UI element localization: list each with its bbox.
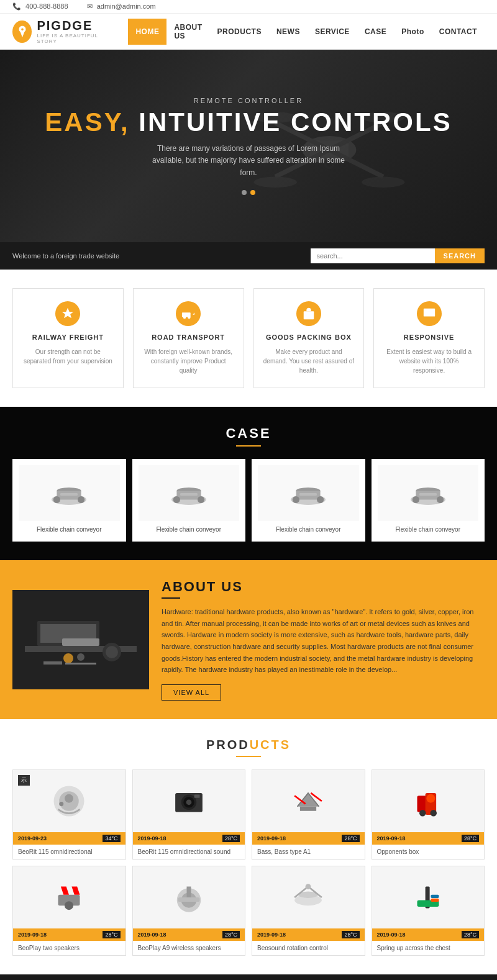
product-card-4[interactable]: 2019-09-18 28°C Opponents box: [372, 769, 485, 860]
nav-service[interactable]: SERVICE: [308, 19, 357, 45]
search-input[interactable]: [311, 248, 435, 263]
nav-about[interactable]: ABOUT US: [166, 14, 209, 49]
product-date-2: 2019-09-18: [138, 835, 166, 842]
svg-rect-28: [180, 493, 198, 496]
navigation: PIGDGE LIFE IS A BEAUTIFUL STORY HOME AB…: [0, 14, 497, 50]
feature-desc-2: With foreign well-known brands, constant…: [143, 347, 234, 375]
case-section: CASE Flexible chain conveyor: [0, 407, 497, 560]
nav-case[interactable]: CASE: [357, 19, 394, 45]
nav-products[interactable]: PRODUCTS: [210, 19, 269, 45]
svg-rect-82: [431, 895, 439, 898]
svg-rect-51: [65, 663, 96, 665]
case-item-2[interactable]: Flexible chain conveyor: [132, 459, 246, 542]
nav-home[interactable]: HOME: [128, 19, 166, 45]
product-name-8: Spring up across the chest: [372, 941, 485, 955]
product-card-1[interactable]: 示 2019-09-23 34°C BeoRit 115 omnidirecti…: [12, 769, 126, 860]
product-date-5: 2019-09-18: [18, 932, 47, 938]
feature-icon-3: [296, 301, 321, 326]
nav-news[interactable]: NEWS: [269, 19, 308, 45]
product-meta-2: 2019-09-18 28°C: [133, 832, 245, 845]
product-image-7: [252, 866, 365, 928]
nav-photo[interactable]: Photo: [394, 19, 432, 45]
hero-dot-1[interactable]: [242, 190, 247, 195]
hero-content: REMOTE CONTROLLER EASY, INTUITIVE CONTRO…: [45, 97, 452, 195]
about-image: [12, 590, 149, 689]
products-grid: 示 2019-09-23 34°C BeoRit 115 omnidirecti…: [12, 769, 485, 956]
email-info: ✉ admin@admin.com: [87, 2, 165, 11]
product-image-3: [252, 770, 365, 832]
product-card-7[interactable]: 2019-09-18 28°C Beosound rotation contro…: [252, 866, 365, 956]
nav-contact[interactable]: CONTACT: [432, 19, 485, 45]
svg-point-59: [186, 800, 191, 805]
case-item-4[interactable]: Flexible chain conveyor: [372, 459, 485, 542]
case-label-1: Flexible chain conveyor: [19, 526, 120, 535]
product-date-1: 2019-09-23: [18, 835, 47, 842]
product-image-5: [13, 866, 125, 928]
svg-rect-83: [431, 899, 439, 902]
product-temp-3: 28°C: [342, 835, 359, 842]
product-meta-1: 2019-09-23 34°C: [13, 832, 125, 845]
product-card-8[interactable]: 2019-09-18 28°C Spring up across the che…: [372, 866, 485, 956]
feature-card-3: GOODS PACKING BOX Make every product and…: [253, 288, 365, 388]
feature-desc-1: Our strength can not be separated from y…: [22, 347, 114, 366]
svg-rect-15: [304, 311, 314, 319]
search-bar: Welcome to a foreign trade website SEARC…: [0, 242, 497, 270]
product-temp-1: 34°C: [103, 835, 120, 842]
phone-info: 📞 400-888-8888: [12, 2, 78, 11]
product-card-5[interactable]: 2019-09-18 28°C BeoPlay two speakers: [12, 866, 126, 956]
feature-title-3: GOODS PACKING BOX: [263, 333, 355, 341]
case-image-2: [139, 465, 240, 521]
product-date-4: 2019-09-18: [377, 835, 406, 842]
product-card-2[interactable]: 2019-09-18 28°C BeoRit 115 omnidirection…: [132, 769, 246, 860]
case-title: CASE: [12, 425, 485, 442]
feature-icon-1: [55, 301, 80, 326]
feature-icon-2: [176, 301, 201, 326]
svg-rect-74: [178, 897, 199, 902]
case-image-4: [378, 465, 479, 521]
product-meta-5: 2019-09-18 28°C: [13, 928, 125, 941]
product-date-6: 2019-09-18: [138, 932, 166, 938]
product-name-1: BeoRit 115 omnidirectional: [13, 845, 125, 859]
case-line: [236, 445, 261, 447]
case-item-1[interactable]: Flexible chain conveyor: [12, 459, 126, 542]
svg-point-48: [63, 653, 73, 663]
product-image-2: [133, 770, 245, 832]
product-temp-2: 28°C: [222, 835, 240, 842]
product-name-3: Bass, Bass type A1: [252, 845, 365, 859]
svg-point-54: [65, 794, 73, 803]
logo[interactable]: PIGDGE LIFE IS A BEAUTIFUL STORY: [12, 14, 109, 49]
feature-desc-3: Make every product and demand. You use r…: [263, 347, 355, 375]
case-label-2: Flexible chain conveyor: [139, 526, 240, 535]
hero-description: There are many variations of passages of…: [149, 143, 348, 179]
product-card-3[interactable]: 2019-09-18 28°C Bass, Bass type A1: [252, 769, 365, 860]
product-card-6[interactable]: 2019-09-18 28°C BeoPlay A9 wireless spea…: [132, 866, 246, 956]
product-meta-4: 2019-09-18 28°C: [372, 832, 485, 845]
view-all-button[interactable]: VIEW ALL: [162, 684, 221, 701]
svg-point-38: [413, 496, 419, 503]
product-image-6: [133, 866, 245, 928]
hero-dot-2[interactable]: [250, 190, 255, 195]
svg-point-67: [419, 810, 426, 817]
about-section: ABOUT US Hardware: traditional hardware …: [0, 560, 497, 719]
feature-title-4: RESPONSIVE: [383, 333, 475, 341]
search-button[interactable]: SEARCH: [435, 248, 485, 263]
product-meta-8: 2019-09-18 28°C: [372, 928, 485, 941]
svg-rect-34: [299, 493, 317, 496]
hero-title-white: INTUITIVE CONTROLS: [139, 107, 452, 137]
svg-point-21: [78, 496, 84, 503]
about-description: Hardware: traditional hardware products,…: [162, 606, 485, 676]
feature-title-2: ROAD TRANSPORT: [143, 333, 234, 341]
product-image-8: [372, 866, 485, 928]
product-temp-5: 28°C: [103, 931, 120, 938]
product-name-2: BeoRit 115 omnidirectional sound: [133, 845, 245, 859]
svg-point-26: [173, 496, 180, 503]
case-label-4: Flexible chain conveyor: [378, 526, 479, 535]
logo-text: PIGDGE: [37, 19, 93, 32]
logo-icon: [12, 20, 32, 43]
case-item-3[interactable]: Flexible chain conveyor: [252, 459, 365, 542]
nav-links: HOME ABOUT US PRODUCTS NEWS SERVICE CASE…: [128, 14, 485, 49]
product-temp-7: 28°C: [342, 931, 359, 938]
search-group: SEARCH: [311, 248, 485, 263]
product-meta-7: 2019-09-18 28°C: [252, 928, 365, 941]
svg-point-66: [426, 794, 435, 803]
